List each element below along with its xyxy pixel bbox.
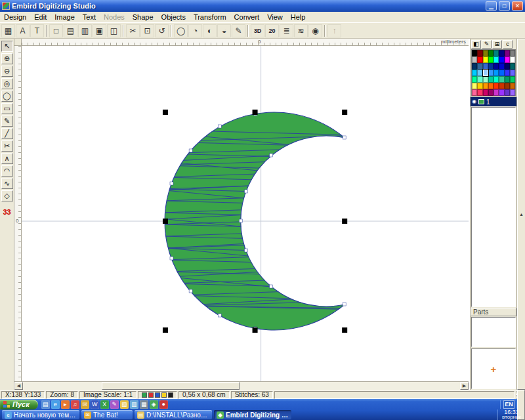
scissors-tool[interactable]: ✂ (1, 140, 13, 152)
close-button[interactable]: ✕ (512, 1, 523, 10)
vertical-scrollbar[interactable]: ▲ ▼ (516, 39, 525, 390)
palette-color-15[interactable] (505, 56, 510, 63)
palette-color-42[interactable] (477, 83, 482, 89)
notepad-icon[interactable]: ▥ (130, 400, 138, 409)
palette-color-31[interactable] (505, 70, 510, 76)
palette-color-2[interactable] (477, 50, 482, 56)
mirror-vertical-button[interactable]: ◒ (217, 24, 231, 37)
rotate-button[interactable]: ◔ (188, 24, 202, 37)
menu-item-help[interactable]: Help (287, 12, 310, 22)
knife-tool[interactable]: ╱ (1, 128, 13, 139)
pencil-tool[interactable]: ✎ (1, 116, 13, 127)
palette-color-37[interactable] (494, 76, 499, 83)
language-indicator[interactable]: EN (503, 400, 514, 409)
grid-view-button[interactable]: ▦ (1, 24, 15, 37)
mail-icon[interactable]: ✉ (81, 400, 89, 409)
embird-icon[interactable]: ◈ (150, 400, 158, 409)
palette-color-35[interactable] (483, 76, 488, 83)
menu-item-design[interactable]: Design (0, 12, 30, 22)
task-button-2[interactable]: ✉The Bat! (81, 410, 133, 419)
palette-color-28[interactable] (488, 70, 494, 76)
palette-color-44[interactable] (488, 83, 494, 89)
select-tool[interactable]: ↖ (1, 41, 13, 52)
stitch-simulator-button[interactable]: ≋ (294, 24, 308, 37)
visibility-icon[interactable]: ◉ (472, 99, 476, 104)
palette-color-16[interactable] (510, 56, 515, 63)
palette-color-53[interactable] (494, 89, 499, 96)
folder-icon[interactable]: ▨ (120, 400, 129, 409)
scroll-right-icon[interactable]: ▶ (460, 382, 469, 390)
calc-icon[interactable]: ▦ (140, 400, 148, 409)
palette-color-6[interactable] (499, 50, 504, 56)
move-up-button[interactable]: ↑ (327, 24, 341, 37)
palette-color-5[interactable] (494, 50, 499, 56)
cut-button[interactable]: ✂ (126, 24, 140, 37)
menu-item-convert[interactable]: Convert (230, 12, 264, 22)
palette-color-8[interactable] (510, 50, 515, 56)
paint-icon[interactable]: ✎ (110, 400, 119, 409)
palette-color-17[interactable] (472, 63, 477, 70)
menu-item-edit[interactable]: Edit (30, 12, 51, 22)
palette-color-48[interactable] (510, 83, 515, 89)
horizontal-scrollbar[interactable]: ◀ ▶ (14, 381, 469, 390)
palette-color-32[interactable] (510, 70, 515, 76)
ellipse-mode-button[interactable]: ◯ (174, 24, 188, 37)
palette-color-3[interactable] (483, 50, 488, 56)
three-d-button[interactable]: 3D (251, 24, 264, 37)
color-dot-button[interactable]: ◉ (308, 24, 322, 37)
pan-tool[interactable]: ◎ (1, 78, 13, 89)
palette-color-56[interactable] (510, 89, 515, 96)
palette-color-55[interactable] (505, 89, 510, 96)
copy-button[interactable]: ⊡ (140, 24, 154, 37)
palette-color-39[interactable] (505, 76, 510, 83)
palette-color-52[interactable] (488, 89, 494, 96)
maximize-button[interactable]: □ (499, 1, 510, 10)
design-canvas[interactable] (22, 46, 469, 381)
palette-color-20[interactable] (488, 63, 494, 70)
media-player-icon[interactable]: ▸ (61, 400, 70, 409)
palette-color-23[interactable] (505, 63, 510, 70)
menu-item-image[interactable]: Image (51, 12, 79, 22)
palette-color-9[interactable] (472, 56, 477, 63)
merge-design-button[interactable]: ▥ (78, 24, 92, 37)
scroll-left-icon[interactable]: ◀ (14, 382, 23, 390)
undo-button[interactable]: ↺ (155, 24, 169, 37)
nodes-edit-tool[interactable]: ◇ (1, 190, 13, 201)
excel-icon[interactable]: X (100, 400, 109, 409)
ellipse-tool[interactable]: ◯ (1, 91, 13, 102)
scroll-up-icon[interactable]: ▲ (517, 39, 525, 390)
menu-item-transform[interactable]: Transform (190, 12, 230, 22)
palette-grid-button[interactable]: ⊞ (492, 40, 502, 49)
winamp-icon[interactable]: ♫ (71, 400, 79, 409)
zoom-in-tool[interactable]: ⊕ (1, 53, 13, 64)
palette-color-49[interactable] (472, 89, 477, 96)
palette-color-10[interactable] (477, 56, 482, 63)
arc-tool[interactable]: ◠ (1, 165, 13, 177)
freehand-mode-button[interactable]: ✎ (232, 24, 245, 37)
design-svg[interactable] (22, 46, 469, 381)
palette-color-51[interactable] (483, 89, 488, 96)
layer-row[interactable]: ◉ 1 (471, 97, 516, 106)
grid-20-button[interactable]: 20 (265, 24, 279, 37)
palette-color-18[interactable] (477, 63, 482, 70)
palette-color-14[interactable] (499, 56, 504, 63)
palette-color-43[interactable] (483, 83, 488, 89)
palette-color-25[interactable] (472, 70, 477, 76)
parts-list[interactable] (471, 317, 516, 347)
palette-color-21[interactable] (494, 63, 499, 70)
palette-color-19[interactable] (483, 63, 488, 70)
object-list[interactable] (471, 107, 516, 307)
palette-color-54[interactable] (499, 89, 504, 96)
start-button[interactable]: Пуск (0, 400, 38, 410)
task-button-3[interactable]: ▤D:\INSTALL\Разное\Embird (135, 410, 212, 419)
font-tool-button[interactable]: A (16, 24, 30, 37)
mirror-horizontal-button[interactable]: ◐ (203, 24, 217, 37)
menu-item-shape[interactable]: Shape (129, 12, 158, 22)
word-icon[interactable]: W (91, 400, 99, 409)
new-design-button[interactable]: □ (49, 24, 63, 37)
palette-color-34[interactable] (477, 76, 482, 83)
palette-color-38[interactable] (499, 76, 504, 83)
ie-icon[interactable]: e (51, 400, 60, 409)
hscroll-thumb[interactable] (102, 382, 240, 390)
zoom-out-tool[interactable]: ⊖ (1, 66, 13, 77)
